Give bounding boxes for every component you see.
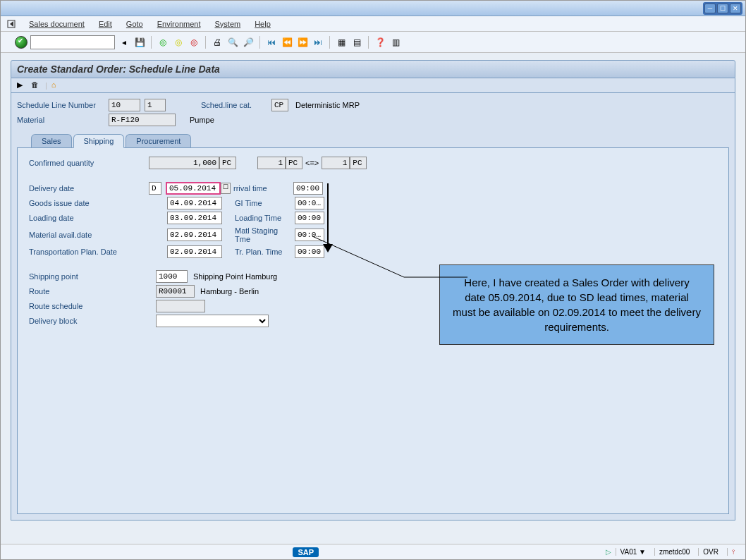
toolbar-separator: |: [45, 81, 47, 90]
time-field[interactable]: [293, 182, 323, 195]
conv-right-uom[interactable]: [350, 157, 367, 169]
sap-logo: SAP: [293, 547, 319, 557]
status-bar: SAP ▷ VA01 ▼ zmetdc00 OVR ⫯: [1, 544, 745, 559]
sched-line-no-field[interactable]: [109, 99, 140, 111]
sap-window: ─ ☐ ✕ Sales document Edit Goto Environme…: [0, 0, 746, 560]
date-row-label: Delivery date: [29, 184, 149, 193]
route-field[interactable]: [156, 285, 195, 298]
toolbar-separator: [205, 36, 206, 49]
window-controls: ─ ☐ ✕: [703, 2, 742, 15]
time-field[interactable]: [295, 197, 324, 209]
status-arrow-icon[interactable]: ▷: [606, 548, 611, 556]
tab-sales[interactable]: Sales: [31, 134, 72, 148]
help-icon[interactable]: ❓: [374, 36, 386, 49]
toolbar-separator: [329, 36, 330, 49]
tab-procurement[interactable]: Procurement: [126, 134, 191, 148]
minimize-button[interactable]: ─: [704, 4, 716, 13]
print-icon[interactable]: 🖨: [211, 36, 224, 49]
maximize-button[interactable]: ☐: [717, 4, 728, 13]
command-field[interactable]: [30, 35, 115, 49]
route-label: Route: [29, 287, 156, 296]
date-row-label: Material avail.date: [29, 231, 149, 239]
shipping-point-label: Shipping point: [29, 272, 156, 281]
date-row: Loading dateLoading Time: [29, 212, 717, 224]
date-row-label: Transportation Plan. Date: [29, 248, 149, 256]
conv-left-field[interactable]: [257, 157, 286, 169]
delivery-block-select[interactable]: [156, 315, 269, 327]
date-row-label: Loading date: [29, 214, 149, 222]
date-field[interactable]: [167, 245, 222, 258]
status-tcode: VA01 ▼: [616, 548, 650, 556]
material-label: Material: [17, 116, 109, 124]
confirmed-qty-field[interactable]: [149, 157, 219, 169]
next-page-icon[interactable]: ⏩: [296, 36, 309, 49]
exit-icon[interactable]: ◎: [172, 36, 185, 49]
time-field[interactable]: [295, 212, 324, 224]
tab-row: Sales Shipping Procurement: [31, 133, 729, 147]
sched-line-sub-field[interactable]: [145, 99, 166, 111]
shipping-point-field[interactable]: [156, 270, 188, 283]
menu-edit[interactable]: Edit: [93, 18, 118, 30]
time-label: Matl Staging Tme: [235, 226, 295, 243]
date-field[interactable]: [166, 182, 221, 195]
standard-toolbar: ◂ 💾 ◎ ◎ ◎ 🖨 🔍 🔎 ⏮ ⏪ ⏩ ⏭ ▦ ▤ ❓ ▥: [1, 32, 745, 53]
page-title: Create Standard Order: Schedule Line Dat…: [11, 60, 735, 78]
status-system: zmetdc00: [654, 548, 694, 556]
home-icon[interactable]: ⌂: [51, 80, 61, 90]
delete-icon[interactable]: 🗑: [31, 80, 41, 90]
route-sched-label: Route schedule: [29, 302, 156, 310]
material-field[interactable]: [109, 114, 176, 126]
cancel-icon[interactable]: ◎: [188, 36, 200, 49]
menu-sales-document[interactable]: Sales document: [23, 18, 90, 30]
new-session-icon[interactable]: ▦: [335, 36, 348, 49]
toolbar-separator: [259, 36, 260, 49]
callout-connector: [312, 236, 587, 279]
status-signal-icon: ⫯: [727, 548, 740, 556]
sched-cat-label: Sched.line cat.: [201, 101, 271, 109]
tab-shipping[interactable]: Shipping: [73, 134, 125, 148]
layout-icon[interactable]: ▥: [389, 36, 402, 49]
confirmed-qty-label: Confirmed quantity: [29, 159, 149, 167]
first-page-icon[interactable]: ⏮: [265, 36, 278, 49]
menu-goto[interactable]: Goto: [121, 18, 149, 30]
shortcut-icon[interactable]: ▤: [350, 36, 363, 49]
find-next-icon[interactable]: 🔎: [242, 36, 255, 49]
prev-page-icon[interactable]: ⏪: [281, 36, 293, 49]
f4-help-icon[interactable]: ☐: [221, 183, 231, 194]
close-button[interactable]: ✕: [730, 4, 741, 13]
find-icon[interactable]: 🔍: [226, 36, 239, 49]
menu-system[interactable]: System: [209, 18, 246, 30]
time-label: Tr. Plan. Time: [235, 248, 295, 256]
conv-left-uom[interactable]: [286, 157, 302, 169]
date-field[interactable]: [167, 197, 222, 209]
content-area: Create Standard Order: Schedule Line Dat…: [1, 53, 745, 528]
menu-app-icon: [6, 19, 16, 29]
tab-body-shipping: Confirmed quantity <=> Delivery date☐rri…: [17, 147, 729, 514]
conv-right-field[interactable]: [322, 157, 350, 169]
last-page-icon[interactable]: ⏭: [312, 36, 324, 49]
status-right: ▷ VA01 ▼ zmetdc00 OVR ⫯: [606, 548, 740, 556]
enter-icon[interactable]: [15, 36, 27, 49]
title-bar: ─ ☐ ✕: [1, 1, 745, 16]
sched-line-label: Schedule Line Number: [17, 101, 109, 109]
time-label: rrival time: [233, 184, 293, 193]
execute-icon[interactable]: ▶: [17, 80, 27, 90]
menu-environment[interactable]: Environment: [152, 18, 207, 30]
header-fields: Schedule Line Number Sched.line cat. Det…: [11, 93, 735, 521]
date-field[interactable]: [167, 229, 222, 241]
callout-annotation: Here, I have created a Sales Order with …: [439, 264, 714, 345]
menu-help[interactable]: Help: [249, 18, 276, 30]
date-type-field[interactable]: [149, 182, 161, 195]
save-icon[interactable]: 💾: [133, 36, 146, 49]
back-icon[interactable]: ◎: [157, 36, 169, 49]
sched-cat-field[interactable]: [271, 99, 288, 111]
time-label: Loading Time: [235, 214, 295, 222]
date-field[interactable]: [167, 212, 222, 224]
route-sched-field[interactable]: [156, 300, 205, 312]
dropdown-icon[interactable]: ◂: [118, 36, 130, 49]
confirmed-qty-uom[interactable]: [219, 157, 236, 169]
delivery-block-label: Delivery block: [29, 317, 156, 325]
route-text: Hamburg - Berlin: [200, 287, 259, 296]
status-mode: OVR: [698, 548, 723, 556]
conv-symbol: <=>: [302, 159, 322, 167]
